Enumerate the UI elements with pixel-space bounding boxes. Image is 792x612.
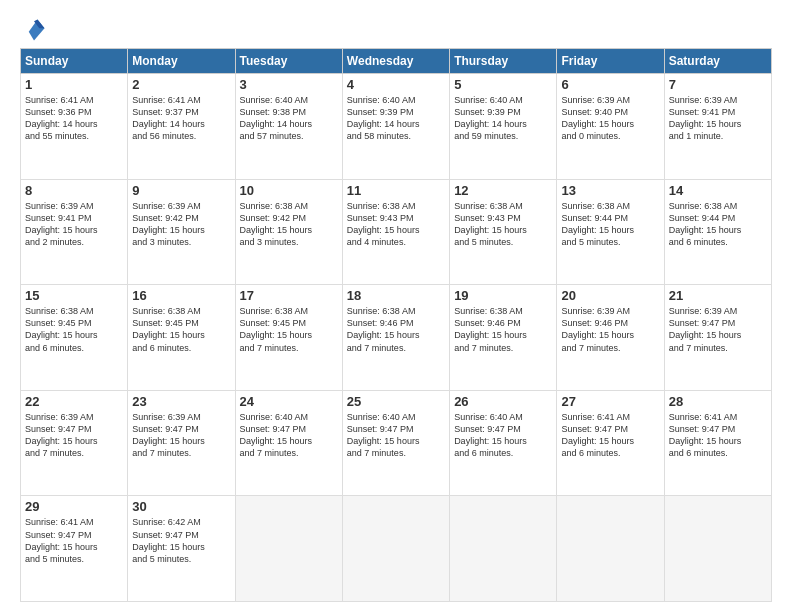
- day-number: 4: [347, 77, 445, 92]
- calendar-header-wednesday: Wednesday: [342, 49, 449, 74]
- day-number: 10: [240, 183, 338, 198]
- cell-info: Sunrise: 6:39 AMSunset: 9:41 PMDaylight:…: [669, 94, 767, 143]
- calendar-week-5: 29Sunrise: 6:41 AMSunset: 9:47 PMDayligh…: [21, 496, 772, 602]
- cell-info: Sunrise: 6:39 AMSunset: 9:46 PMDaylight:…: [561, 305, 659, 354]
- cell-info: Sunrise: 6:40 AMSunset: 9:47 PMDaylight:…: [347, 411, 445, 460]
- calendar-cell: 20Sunrise: 6:39 AMSunset: 9:46 PMDayligh…: [557, 285, 664, 391]
- calendar-cell: 14Sunrise: 6:38 AMSunset: 9:44 PMDayligh…: [664, 179, 771, 285]
- cell-info: Sunrise: 6:39 AMSunset: 9:47 PMDaylight:…: [25, 411, 123, 460]
- cell-info: Sunrise: 6:39 AMSunset: 9:47 PMDaylight:…: [132, 411, 230, 460]
- day-number: 8: [25, 183, 123, 198]
- calendar-cell: 13Sunrise: 6:38 AMSunset: 9:44 PMDayligh…: [557, 179, 664, 285]
- day-number: 14: [669, 183, 767, 198]
- calendar-cell: 19Sunrise: 6:38 AMSunset: 9:46 PMDayligh…: [450, 285, 557, 391]
- calendar-cell: 22Sunrise: 6:39 AMSunset: 9:47 PMDayligh…: [21, 390, 128, 496]
- day-number: 16: [132, 288, 230, 303]
- calendar-cell: 9Sunrise: 6:39 AMSunset: 9:42 PMDaylight…: [128, 179, 235, 285]
- day-number: 15: [25, 288, 123, 303]
- logo-icon: [20, 16, 48, 44]
- day-number: 3: [240, 77, 338, 92]
- calendar-cell: 1Sunrise: 6:41 AMSunset: 9:36 PMDaylight…: [21, 74, 128, 180]
- cell-info: Sunrise: 6:38 AMSunset: 9:43 PMDaylight:…: [347, 200, 445, 249]
- cell-info: Sunrise: 6:40 AMSunset: 9:47 PMDaylight:…: [454, 411, 552, 460]
- calendar-cell: 23Sunrise: 6:39 AMSunset: 9:47 PMDayligh…: [128, 390, 235, 496]
- day-number: 21: [669, 288, 767, 303]
- cell-info: Sunrise: 6:38 AMSunset: 9:45 PMDaylight:…: [25, 305, 123, 354]
- cell-info: Sunrise: 6:39 AMSunset: 9:42 PMDaylight:…: [132, 200, 230, 249]
- calendar-cell: 21Sunrise: 6:39 AMSunset: 9:47 PMDayligh…: [664, 285, 771, 391]
- cell-info: Sunrise: 6:39 AMSunset: 9:40 PMDaylight:…: [561, 94, 659, 143]
- calendar-cell: 27Sunrise: 6:41 AMSunset: 9:47 PMDayligh…: [557, 390, 664, 496]
- cell-info: Sunrise: 6:40 AMSunset: 9:47 PMDaylight:…: [240, 411, 338, 460]
- calendar-cell: 8Sunrise: 6:39 AMSunset: 9:41 PMDaylight…: [21, 179, 128, 285]
- day-number: 1: [25, 77, 123, 92]
- cell-info: Sunrise: 6:41 AMSunset: 9:47 PMDaylight:…: [25, 516, 123, 565]
- cell-info: Sunrise: 6:40 AMSunset: 9:39 PMDaylight:…: [454, 94, 552, 143]
- calendar-header-sunday: Sunday: [21, 49, 128, 74]
- day-number: 13: [561, 183, 659, 198]
- calendar-cell: 30Sunrise: 6:42 AMSunset: 9:47 PMDayligh…: [128, 496, 235, 602]
- logo: [20, 16, 52, 44]
- calendar-header-monday: Monday: [128, 49, 235, 74]
- calendar-table: SundayMondayTuesdayWednesdayThursdayFrid…: [20, 48, 772, 602]
- day-number: 26: [454, 394, 552, 409]
- day-number: 17: [240, 288, 338, 303]
- calendar-cell: [235, 496, 342, 602]
- calendar-header-tuesday: Tuesday: [235, 49, 342, 74]
- calendar-cell: 3Sunrise: 6:40 AMSunset: 9:38 PMDaylight…: [235, 74, 342, 180]
- day-number: 28: [669, 394, 767, 409]
- calendar-header-friday: Friday: [557, 49, 664, 74]
- cell-info: Sunrise: 6:39 AMSunset: 9:47 PMDaylight:…: [669, 305, 767, 354]
- day-number: 11: [347, 183, 445, 198]
- cell-info: Sunrise: 6:38 AMSunset: 9:42 PMDaylight:…: [240, 200, 338, 249]
- calendar-header-saturday: Saturday: [664, 49, 771, 74]
- calendar-cell: 17Sunrise: 6:38 AMSunset: 9:45 PMDayligh…: [235, 285, 342, 391]
- calendar-week-4: 22Sunrise: 6:39 AMSunset: 9:47 PMDayligh…: [21, 390, 772, 496]
- cell-info: Sunrise: 6:38 AMSunset: 9:45 PMDaylight:…: [240, 305, 338, 354]
- day-number: 2: [132, 77, 230, 92]
- day-number: 23: [132, 394, 230, 409]
- day-number: 25: [347, 394, 445, 409]
- calendar-cell: 15Sunrise: 6:38 AMSunset: 9:45 PMDayligh…: [21, 285, 128, 391]
- calendar-cell: 18Sunrise: 6:38 AMSunset: 9:46 PMDayligh…: [342, 285, 449, 391]
- calendar-cell: 24Sunrise: 6:40 AMSunset: 9:47 PMDayligh…: [235, 390, 342, 496]
- calendar-cell: [664, 496, 771, 602]
- cell-info: Sunrise: 6:39 AMSunset: 9:41 PMDaylight:…: [25, 200, 123, 249]
- calendar-cell: [342, 496, 449, 602]
- cell-info: Sunrise: 6:38 AMSunset: 9:46 PMDaylight:…: [454, 305, 552, 354]
- day-number: 20: [561, 288, 659, 303]
- day-number: 24: [240, 394, 338, 409]
- cell-info: Sunrise: 6:40 AMSunset: 9:38 PMDaylight:…: [240, 94, 338, 143]
- day-number: 22: [25, 394, 123, 409]
- calendar-week-3: 15Sunrise: 6:38 AMSunset: 9:45 PMDayligh…: [21, 285, 772, 391]
- calendar-cell: 25Sunrise: 6:40 AMSunset: 9:47 PMDayligh…: [342, 390, 449, 496]
- day-number: 30: [132, 499, 230, 514]
- day-number: 29: [25, 499, 123, 514]
- calendar-cell: 5Sunrise: 6:40 AMSunset: 9:39 PMDaylight…: [450, 74, 557, 180]
- day-number: 9: [132, 183, 230, 198]
- cell-info: Sunrise: 6:41 AMSunset: 9:36 PMDaylight:…: [25, 94, 123, 143]
- calendar-cell: 7Sunrise: 6:39 AMSunset: 9:41 PMDaylight…: [664, 74, 771, 180]
- cell-info: Sunrise: 6:38 AMSunset: 9:43 PMDaylight:…: [454, 200, 552, 249]
- day-number: 19: [454, 288, 552, 303]
- calendar-cell: 29Sunrise: 6:41 AMSunset: 9:47 PMDayligh…: [21, 496, 128, 602]
- calendar-cell: 2Sunrise: 6:41 AMSunset: 9:37 PMDaylight…: [128, 74, 235, 180]
- cell-info: Sunrise: 6:38 AMSunset: 9:45 PMDaylight:…: [132, 305, 230, 354]
- calendar-cell: 4Sunrise: 6:40 AMSunset: 9:39 PMDaylight…: [342, 74, 449, 180]
- calendar-cell: 16Sunrise: 6:38 AMSunset: 9:45 PMDayligh…: [128, 285, 235, 391]
- cell-info: Sunrise: 6:42 AMSunset: 9:47 PMDaylight:…: [132, 516, 230, 565]
- cell-info: Sunrise: 6:41 AMSunset: 9:47 PMDaylight:…: [669, 411, 767, 460]
- cell-info: Sunrise: 6:38 AMSunset: 9:46 PMDaylight:…: [347, 305, 445, 354]
- day-number: 12: [454, 183, 552, 198]
- calendar-cell: [557, 496, 664, 602]
- cell-info: Sunrise: 6:41 AMSunset: 9:37 PMDaylight:…: [132, 94, 230, 143]
- cell-info: Sunrise: 6:38 AMSunset: 9:44 PMDaylight:…: [561, 200, 659, 249]
- calendar-cell: [450, 496, 557, 602]
- cell-info: Sunrise: 6:38 AMSunset: 9:44 PMDaylight:…: [669, 200, 767, 249]
- calendar-header-row: SundayMondayTuesdayWednesdayThursdayFrid…: [21, 49, 772, 74]
- calendar-cell: 12Sunrise: 6:38 AMSunset: 9:43 PMDayligh…: [450, 179, 557, 285]
- day-number: 5: [454, 77, 552, 92]
- calendar-week-2: 8Sunrise: 6:39 AMSunset: 9:41 PMDaylight…: [21, 179, 772, 285]
- day-number: 18: [347, 288, 445, 303]
- day-number: 27: [561, 394, 659, 409]
